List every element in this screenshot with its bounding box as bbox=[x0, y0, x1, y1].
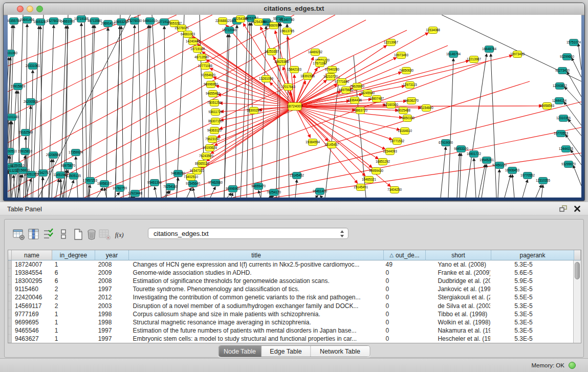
table-row[interactable]: 946554611997Estimation of the future num… bbox=[8, 326, 573, 335]
graph-node-cited[interactable]: 12444155 bbox=[559, 146, 574, 152]
row-height-icon[interactable] bbox=[57, 228, 70, 241]
graph-node-reference[interactable]: 10973433 bbox=[510, 51, 525, 58]
table-row[interactable]: 977716911998Corpus callosum shape and si… bbox=[8, 310, 573, 318]
graph-node-cited[interactable]: 83101140 bbox=[8, 114, 19, 121]
graph-node-cited[interactable]: 19915809 bbox=[11, 83, 26, 90]
graph-node-cited[interactable]: 12093832 bbox=[553, 83, 568, 90]
graph-node-reference[interactable]: 17671162 bbox=[313, 60, 327, 67]
graph-node-reference[interactable]: 18771532 bbox=[390, 138, 405, 145]
graph-node-reference[interactable]: 16251657 bbox=[265, 49, 279, 55]
tab-edge-table[interactable]: Edge Table bbox=[262, 346, 311, 357]
graph-node-reference[interactable]: 91554620 bbox=[201, 72, 216, 79]
graph-node-cited[interactable]: 40355780 bbox=[8, 18, 21, 25]
graph-node-cited[interactable]: 11451940 bbox=[53, 172, 68, 179]
graph-node-reference[interactable]: 23364436 bbox=[347, 97, 362, 104]
graph-node-reference[interactable]: 74850330 bbox=[400, 115, 415, 122]
column-header-short[interactable]: short bbox=[426, 250, 491, 260]
table-row[interactable]: 2242004622012Investigating the contribut… bbox=[8, 293, 573, 301]
column-header-name[interactable]: name bbox=[12, 250, 52, 260]
graph-node-cited[interactable]: 10770552 bbox=[520, 172, 535, 179]
scrollbar-thumb[interactable] bbox=[575, 262, 580, 279]
table-row[interactable]: 911546021997Tourette syndrome. Phenomeno… bbox=[8, 285, 573, 293]
graph-node-cited[interactable]: 92450220 bbox=[492, 162, 507, 169]
graph-node-cited[interactable]: 20331060 bbox=[8, 50, 17, 57]
function-builder-icon[interactable]: f(x) bbox=[114, 228, 126, 241]
graph-node-cited[interactable]: 64661010 bbox=[143, 18, 158, 25]
graph-node-reference[interactable]: 12213987 bbox=[467, 56, 482, 63]
graph-node-reference[interactable]: 78051250 bbox=[207, 100, 222, 106]
table-row[interactable]: 1456911722003Disruption of a novel membe… bbox=[8, 301, 573, 310]
graph-node-cited[interactable]: 19545201 bbox=[480, 157, 494, 164]
graph-node-cited[interactable]: 95461390 bbox=[147, 180, 162, 186]
graph-node-reference[interactable]: 94636270 bbox=[404, 98, 419, 104]
graph-node-reference[interactable]: 96996950 bbox=[204, 81, 219, 88]
graph-node-cited[interactable]: 10719188 bbox=[74, 16, 89, 23]
graph-node-reference[interactable]: 74850630 bbox=[399, 68, 414, 74]
graph-node-cited[interactable]: 16146794 bbox=[446, 51, 461, 58]
graph-node-cited[interactable]: 10770553 bbox=[554, 130, 569, 137]
graph-node-cited[interactable]: 15145452 bbox=[290, 172, 304, 179]
column-header-title[interactable]: title bbox=[129, 250, 384, 260]
float-panel-icon[interactable] bbox=[559, 205, 568, 212]
table-row[interactable]: 969969511998Structural magnetic resonanc… bbox=[8, 318, 573, 326]
graph-node-reference[interactable]: 18391526 bbox=[300, 73, 315, 80]
graph-node-reference[interactable]: 93611720 bbox=[208, 109, 223, 116]
graph-node-reference[interactable]: 14469232 bbox=[308, 49, 323, 56]
table-row[interactable]: 1830029562008Estimation of significance … bbox=[8, 277, 573, 285]
graph-node-cited[interactable]: 16906453 bbox=[505, 167, 520, 174]
graph-node-reference[interactable]: 73402510 bbox=[184, 174, 199, 181]
graph-node-cited[interactable]: 17359924 bbox=[69, 149, 83, 156]
graph-node-reference[interactable]: 15276021 bbox=[175, 25, 189, 32]
delete-table-icon[interactable] bbox=[99, 228, 111, 241]
table-row[interactable]: 1872400712008Changes of HCN gene express… bbox=[8, 260, 573, 269]
graph-node-reference[interactable]: 79623150 bbox=[205, 136, 220, 143]
tab-network-table[interactable]: Network Table bbox=[311, 346, 369, 357]
graph-node-cited[interactable]: 16958107 bbox=[97, 181, 112, 187]
graph-node-cited[interactable]: 16782759 bbox=[113, 185, 127, 192]
graph-node-reference[interactable]: 90959430 bbox=[369, 168, 384, 174]
new-table-icon[interactable] bbox=[72, 228, 84, 241]
column-header-pagerank[interactable]: pagerank bbox=[491, 250, 574, 260]
graph-node-reference[interactable]: 16851292 bbox=[376, 159, 390, 165]
graph-node-reference[interactable]: 15145457 bbox=[324, 142, 339, 148]
graph-node-reference[interactable]: 17017643 bbox=[281, 84, 296, 91]
graph-node-reference[interactable]: 15145451 bbox=[354, 184, 368, 191]
graph-node-cited[interactable]: 64661000 bbox=[60, 18, 75, 25]
graph-node-cited[interactable]: 76254160 bbox=[163, 184, 178, 190]
graph-node-cited[interactable]: 15276020 bbox=[47, 18, 61, 25]
graph-node-reference[interactable]: 10807487 bbox=[369, 96, 384, 102]
graph-node-cited[interactable]: 12310355 bbox=[536, 178, 551, 184]
column-header-in-degree[interactable]: in_degree bbox=[52, 250, 95, 260]
window-titlebar[interactable]: citations_edges.txt bbox=[4, 3, 584, 15]
graph-node-reference[interactable]: 36245540 bbox=[360, 90, 375, 97]
graph-node-reference[interactable]: 10465321 bbox=[362, 177, 377, 183]
graph-node-reference[interactable]: 15958593 bbox=[540, 103, 555, 110]
graph-node-reference[interactable]: 73404250 bbox=[387, 187, 402, 193]
graph-node-reference[interactable]: 13164610 bbox=[398, 128, 412, 135]
graph-node-cited[interactable]: 12310356 bbox=[556, 115, 571, 122]
graph-node-reference[interactable]: 10193628 bbox=[203, 145, 217, 151]
graph-node-hub[interactable]: 18724007 bbox=[287, 103, 302, 111]
graph-node-cited[interactable]: 96996960 bbox=[226, 186, 241, 192]
graph-node-reference[interactable]: 10719188 bbox=[190, 46, 205, 53]
graph-node-cited[interactable]: 12923448 bbox=[128, 190, 143, 197]
graph-node-reference[interactable]: 97940280 bbox=[325, 67, 340, 73]
graph-node-reference[interactable]: 12213967 bbox=[384, 39, 399, 46]
citation-network-graph[interactable]: 4035578020691406106532871527602064661000… bbox=[8, 15, 581, 198]
graph-node-reference[interactable]: 86307150 bbox=[208, 118, 223, 125]
graph-node-cited[interactable]: 15722046 bbox=[222, 27, 237, 34]
table-row[interactable]: 946362711997Embryonic stem cells: a mode… bbox=[8, 335, 573, 343]
graph-node-cited[interactable]: 10653287 bbox=[33, 19, 48, 26]
graph-node-reference[interactable]: 19384554 bbox=[306, 139, 320, 146]
graph-node-cited[interactable]: 20331061 bbox=[26, 63, 40, 70]
graph-node-cited[interactable]: 95461400 bbox=[313, 188, 328, 195]
graph-node-cited[interactable]: 13505135 bbox=[67, 173, 81, 180]
tab-node-table[interactable]: Node Table bbox=[219, 346, 262, 357]
graph-node-cited[interactable]: 15751074 bbox=[567, 39, 581, 46]
graph-node-cited[interactable]: 20691406 bbox=[20, 17, 35, 24]
graph-node-cited[interactable]: 20691410 bbox=[101, 20, 116, 27]
graph-node-reference[interactable]: 94655460 bbox=[206, 91, 221, 97]
graph-node-cited[interactable]: 79162540 bbox=[18, 129, 33, 136]
graph-node-cited[interactable]: 98975870 bbox=[61, 163, 76, 169]
graph-node-cited[interactable]: 26200510 bbox=[8, 148, 17, 155]
